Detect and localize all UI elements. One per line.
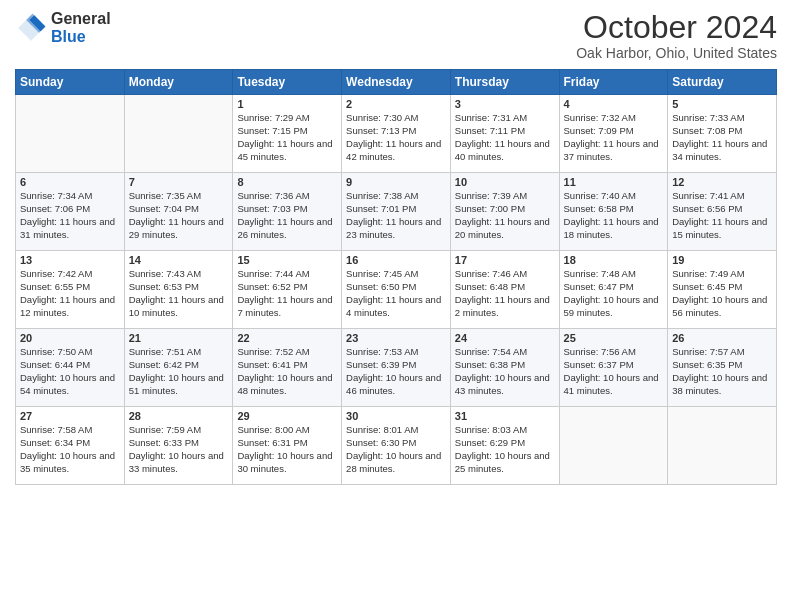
calendar-week-row: 13 Sunrise: 7:42 AMSunset: 6:55 PMDaylig… — [16, 251, 777, 329]
weekday-header: Tuesday — [233, 70, 342, 95]
calendar-cell: 22 Sunrise: 7:52 AMSunset: 6:41 PMDaylig… — [233, 329, 342, 407]
day-number: 19 — [672, 254, 772, 266]
day-number: 8 — [237, 176, 337, 188]
day-number: 7 — [129, 176, 229, 188]
day-number: 27 — [20, 410, 120, 422]
day-number: 2 — [346, 98, 446, 110]
day-number: 5 — [672, 98, 772, 110]
day-number: 31 — [455, 410, 555, 422]
calendar-cell: 4 Sunrise: 7:32 AMSunset: 7:09 PMDayligh… — [559, 95, 668, 173]
calendar-cell: 26 Sunrise: 7:57 AMSunset: 6:35 PMDaylig… — [668, 329, 777, 407]
calendar-week-row: 20 Sunrise: 7:50 AMSunset: 6:44 PMDaylig… — [16, 329, 777, 407]
day-info: Sunrise: 8:03 AMSunset: 6:29 PMDaylight:… — [455, 424, 550, 473]
day-number: 17 — [455, 254, 555, 266]
day-info: Sunrise: 7:56 AMSunset: 6:37 PMDaylight:… — [564, 346, 659, 395]
weekday-header: Thursday — [450, 70, 559, 95]
calendar-cell: 24 Sunrise: 7:54 AMSunset: 6:38 PMDaylig… — [450, 329, 559, 407]
calendar-cell — [559, 407, 668, 485]
day-number: 6 — [20, 176, 120, 188]
day-info: Sunrise: 7:53 AMSunset: 6:39 PMDaylight:… — [346, 346, 441, 395]
calendar-cell: 14 Sunrise: 7:43 AMSunset: 6:53 PMDaylig… — [124, 251, 233, 329]
day-number: 18 — [564, 254, 664, 266]
day-number: 23 — [346, 332, 446, 344]
calendar-week-row: 6 Sunrise: 7:34 AMSunset: 7:06 PMDayligh… — [16, 173, 777, 251]
calendar: SundayMondayTuesdayWednesdayThursdayFrid… — [15, 69, 777, 485]
calendar-cell: 18 Sunrise: 7:48 AMSunset: 6:47 PMDaylig… — [559, 251, 668, 329]
day-number: 1 — [237, 98, 337, 110]
day-info: Sunrise: 7:57 AMSunset: 6:35 PMDaylight:… — [672, 346, 767, 395]
day-info: Sunrise: 7:44 AMSunset: 6:52 PMDaylight:… — [237, 268, 332, 317]
day-info: Sunrise: 7:31 AMSunset: 7:11 PMDaylight:… — [455, 112, 550, 161]
weekday-header: Friday — [559, 70, 668, 95]
day-info: Sunrise: 7:46 AMSunset: 6:48 PMDaylight:… — [455, 268, 550, 317]
calendar-cell: 8 Sunrise: 7:36 AMSunset: 7:03 PMDayligh… — [233, 173, 342, 251]
day-number: 24 — [455, 332, 555, 344]
day-number: 22 — [237, 332, 337, 344]
calendar-cell: 7 Sunrise: 7:35 AMSunset: 7:04 PMDayligh… — [124, 173, 233, 251]
weekday-header-row: SundayMondayTuesdayWednesdayThursdayFrid… — [16, 70, 777, 95]
logo-general: General — [51, 10, 111, 28]
calendar-cell: 2 Sunrise: 7:30 AMSunset: 7:13 PMDayligh… — [342, 95, 451, 173]
calendar-cell: 1 Sunrise: 7:29 AMSunset: 7:15 PMDayligh… — [233, 95, 342, 173]
day-info: Sunrise: 8:01 AMSunset: 6:30 PMDaylight:… — [346, 424, 441, 473]
day-number: 30 — [346, 410, 446, 422]
logo-blue: Blue — [51, 28, 111, 46]
calendar-cell: 12 Sunrise: 7:41 AMSunset: 6:56 PMDaylig… — [668, 173, 777, 251]
calendar-cell: 5 Sunrise: 7:33 AMSunset: 7:08 PMDayligh… — [668, 95, 777, 173]
calendar-cell: 31 Sunrise: 8:03 AMSunset: 6:29 PMDaylig… — [450, 407, 559, 485]
weekday-header: Wednesday — [342, 70, 451, 95]
calendar-cell: 15 Sunrise: 7:44 AMSunset: 6:52 PMDaylig… — [233, 251, 342, 329]
calendar-cell: 28 Sunrise: 7:59 AMSunset: 6:33 PMDaylig… — [124, 407, 233, 485]
day-number: 11 — [564, 176, 664, 188]
day-info: Sunrise: 7:51 AMSunset: 6:42 PMDaylight:… — [129, 346, 224, 395]
day-info: Sunrise: 7:43 AMSunset: 6:53 PMDaylight:… — [129, 268, 224, 317]
calendar-cell: 17 Sunrise: 7:46 AMSunset: 6:48 PMDaylig… — [450, 251, 559, 329]
page: General Blue October 2024 Oak Harbor, Oh… — [0, 0, 792, 612]
weekday-header: Monday — [124, 70, 233, 95]
day-info: Sunrise: 7:59 AMSunset: 6:33 PMDaylight:… — [129, 424, 224, 473]
day-number: 15 — [237, 254, 337, 266]
calendar-cell — [124, 95, 233, 173]
day-number: 12 — [672, 176, 772, 188]
logo: General Blue — [15, 10, 111, 45]
day-info: Sunrise: 7:36 AMSunset: 7:03 PMDaylight:… — [237, 190, 332, 239]
day-info: Sunrise: 7:49 AMSunset: 6:45 PMDaylight:… — [672, 268, 767, 317]
weekday-header: Sunday — [16, 70, 125, 95]
day-info: Sunrise: 7:42 AMSunset: 6:55 PMDaylight:… — [20, 268, 115, 317]
main-title: October 2024 — [576, 10, 777, 45]
calendar-cell: 20 Sunrise: 7:50 AMSunset: 6:44 PMDaylig… — [16, 329, 125, 407]
day-info: Sunrise: 7:54 AMSunset: 6:38 PMDaylight:… — [455, 346, 550, 395]
weekday-header: Saturday — [668, 70, 777, 95]
day-info: Sunrise: 7:39 AMSunset: 7:00 PMDaylight:… — [455, 190, 550, 239]
day-info: Sunrise: 7:34 AMSunset: 7:06 PMDaylight:… — [20, 190, 115, 239]
calendar-cell: 23 Sunrise: 7:53 AMSunset: 6:39 PMDaylig… — [342, 329, 451, 407]
calendar-cell: 19 Sunrise: 7:49 AMSunset: 6:45 PMDaylig… — [668, 251, 777, 329]
subtitle: Oak Harbor, Ohio, United States — [576, 45, 777, 61]
day-info: Sunrise: 7:38 AMSunset: 7:01 PMDaylight:… — [346, 190, 441, 239]
day-number: 4 — [564, 98, 664, 110]
calendar-cell: 3 Sunrise: 7:31 AMSunset: 7:11 PMDayligh… — [450, 95, 559, 173]
day-number: 20 — [20, 332, 120, 344]
calendar-week-row: 1 Sunrise: 7:29 AMSunset: 7:15 PMDayligh… — [16, 95, 777, 173]
calendar-cell: 9 Sunrise: 7:38 AMSunset: 7:01 PMDayligh… — [342, 173, 451, 251]
day-number: 10 — [455, 176, 555, 188]
day-number: 25 — [564, 332, 664, 344]
day-number: 16 — [346, 254, 446, 266]
day-info: Sunrise: 7:40 AMSunset: 6:58 PMDaylight:… — [564, 190, 659, 239]
calendar-cell — [16, 95, 125, 173]
day-info: Sunrise: 7:30 AMSunset: 7:13 PMDaylight:… — [346, 112, 441, 161]
calendar-cell: 10 Sunrise: 7:39 AMSunset: 7:00 PMDaylig… — [450, 173, 559, 251]
calendar-cell: 16 Sunrise: 7:45 AMSunset: 6:50 PMDaylig… — [342, 251, 451, 329]
day-info: Sunrise: 8:00 AMSunset: 6:31 PMDaylight:… — [237, 424, 332, 473]
calendar-cell: 21 Sunrise: 7:51 AMSunset: 6:42 PMDaylig… — [124, 329, 233, 407]
day-number: 29 — [237, 410, 337, 422]
day-info: Sunrise: 7:58 AMSunset: 6:34 PMDaylight:… — [20, 424, 115, 473]
calendar-week-row: 27 Sunrise: 7:58 AMSunset: 6:34 PMDaylig… — [16, 407, 777, 485]
calendar-cell: 13 Sunrise: 7:42 AMSunset: 6:55 PMDaylig… — [16, 251, 125, 329]
day-info: Sunrise: 7:52 AMSunset: 6:41 PMDaylight:… — [237, 346, 332, 395]
day-number: 21 — [129, 332, 229, 344]
day-info: Sunrise: 7:48 AMSunset: 6:47 PMDaylight:… — [564, 268, 659, 317]
day-info: Sunrise: 7:33 AMSunset: 7:08 PMDaylight:… — [672, 112, 767, 161]
day-info: Sunrise: 7:41 AMSunset: 6:56 PMDaylight:… — [672, 190, 767, 239]
calendar-cell: 11 Sunrise: 7:40 AMSunset: 6:58 PMDaylig… — [559, 173, 668, 251]
